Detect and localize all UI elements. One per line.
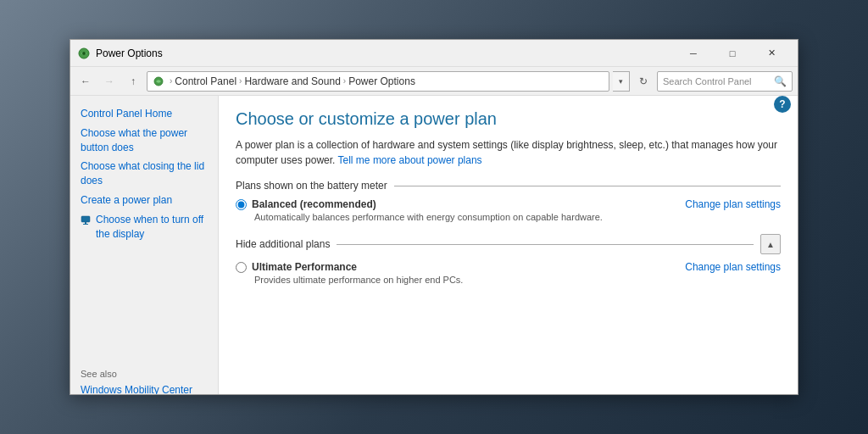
balanced-plan-area: Balanced (recommended) Automatically bal… — [236, 198, 676, 222]
balanced-plan-name: Balanced (recommended) — [252, 198, 376, 210]
svg-rect-3 — [81, 216, 90, 222]
balanced-plan-row: Balanced (recommended) Automatically bal… — [236, 198, 781, 222]
description: A power plan is a collection of hardware… — [236, 137, 781, 168]
ultimate-radio[interactable] — [236, 262, 247, 273]
balanced-plan-desc: Automatically balances performance with … — [254, 212, 676, 222]
hide-plans-label: Hide additional plans — [236, 238, 330, 250]
search-placeholder: Search Control Panel — [663, 76, 752, 86]
ultimate-plan-name: Ultimate Performance — [252, 261, 357, 273]
chevron-up-icon: ▲ — [766, 240, 775, 249]
svg-rect-4 — [85, 222, 86, 224]
sidebar-item-control-panel-home[interactable]: Control Panel Home — [70, 104, 218, 124]
breadcrumb-control-panel: Control Panel — [175, 75, 236, 87]
minimize-button[interactable]: ─ — [674, 40, 713, 67]
ultimate-plan-label: Ultimate Performance — [236, 261, 676, 273]
divider-line — [394, 186, 781, 186]
forward-button[interactable]: → — [99, 71, 120, 92]
battery-plans-section: Plans shown on the battery meter — [236, 180, 781, 192]
main-content: Control Panel Home Choose what the power… — [70, 96, 798, 394]
window-icon — [77, 47, 91, 60]
breadcrumb-power-options: Power Options — [348, 75, 415, 87]
window-title: Power Options — [96, 47, 674, 59]
search-icon: 🔍 — [774, 75, 787, 87]
active-item-icon — [81, 214, 92, 231]
ultimate-change-link[interactable]: Change plan settings — [685, 261, 781, 273]
address-bar: ← → ↑ › Control Panel › Hardware and Sou… — [70, 67, 798, 96]
sidebar-item-turn-off-display-label: Choose when to turn off the display — [96, 213, 208, 242]
breadcrumb-hardware-sound: Hardware and Sound — [244, 75, 340, 87]
learn-more-link[interactable]: Tell me more about power plans — [338, 154, 482, 166]
ultimate-plan-row: Ultimate Performance Provides ultimate p… — [236, 261, 781, 285]
page-title: Choose or customize a power plan — [236, 109, 781, 129]
content-panel: Choose or customize a power plan A power… — [219, 96, 798, 394]
hide-plans-section: Hide additional plans ▲ — [236, 234, 781, 254]
search-box[interactable]: Search Control Panel 🔍 — [657, 71, 793, 92]
help-button[interactable]: ? — [774, 96, 791, 113]
breadcrumb: › Control Panel › Hardware and Sound › P… — [147, 71, 609, 92]
title-bar: Power Options ─ □ ✕ — [70, 40, 798, 67]
sidebar-item-closing-lid[interactable]: Choose what closing the lid does — [70, 157, 218, 191]
close-button[interactable]: ✕ — [752, 40, 791, 67]
address-dropdown[interactable]: ▾ — [613, 71, 630, 92]
svg-rect-5 — [83, 224, 88, 225]
balanced-plan-label: Balanced (recommended) — [236, 198, 676, 210]
battery-plans-label: Plans shown on the battery meter — [236, 180, 387, 192]
refresh-button[interactable]: ↻ — [633, 71, 654, 92]
breadcrumb-icon — [153, 75, 167, 87]
sidebar-item-power-button[interactable]: Choose what the power button does — [70, 124, 218, 158]
sidebar-item-windows-mobility[interactable]: Windows Mobility Center — [70, 381, 218, 394]
ultimate-plan-desc: Provides ultimate performance on higher … — [254, 275, 676, 285]
balanced-radio[interactable] — [236, 199, 247, 210]
back-button[interactable]: ← — [75, 71, 96, 92]
window-controls: ─ □ ✕ — [674, 40, 791, 67]
maximize-button[interactable]: □ — [713, 40, 752, 67]
see-also-label: See also — [70, 362, 218, 381]
balanced-change-link[interactable]: Change plan settings — [685, 198, 781, 210]
power-options-window: Power Options ─ □ ✕ ← → ↑ › Control Pane… — [70, 39, 798, 395]
sidebar: Control Panel Home Choose what the power… — [70, 96, 219, 394]
sidebar-item-turn-off-display[interactable]: Choose when to turn off the display — [70, 210, 218, 244]
svg-point-1 — [82, 52, 86, 55]
hide-plans-line — [337, 244, 754, 245]
description-text: A power plan is a collection of hardware… — [236, 139, 777, 166]
up-button[interactable]: ↑ — [123, 71, 143, 92]
ultimate-plan-area: Ultimate Performance Provides ultimate p… — [236, 261, 676, 285]
sidebar-item-create-plan[interactable]: Create a power plan — [70, 191, 218, 210]
hide-plans-toggle[interactable]: ▲ — [760, 234, 781, 254]
